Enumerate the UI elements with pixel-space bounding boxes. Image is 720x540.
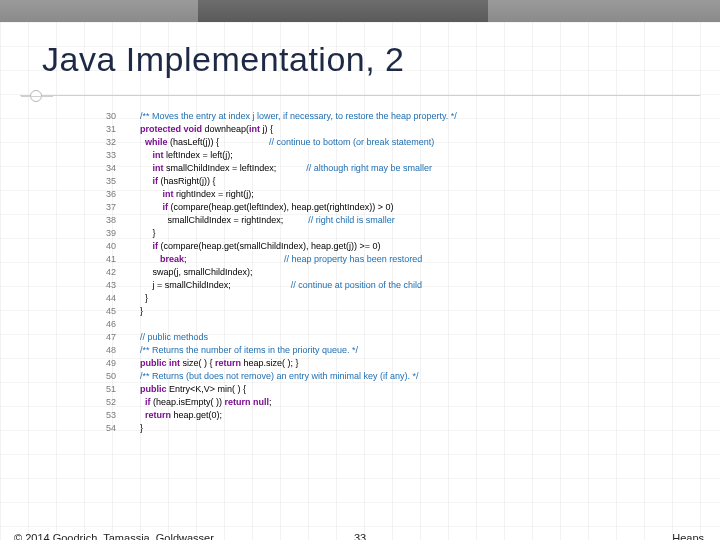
code-text xyxy=(130,332,140,342)
line-number: 34 xyxy=(90,162,116,175)
code-keyword: public int xyxy=(140,358,180,368)
title-bullet-icon xyxy=(30,90,42,102)
code-listing: 30 /** Moves the entry at index j lower,… xyxy=(90,110,666,435)
code-line: 51 public Entry<K,V> min( ) { xyxy=(90,383,666,396)
line-number: 48 xyxy=(90,344,116,357)
code-text: Entry<K,V> min( ) { xyxy=(167,384,247,394)
line-number: 54 xyxy=(90,422,116,435)
code-line: 34 int smallChildIndex = leftIndex; // a… xyxy=(90,162,666,175)
code-line: 48 /** Returns the number of items in th… xyxy=(90,344,666,357)
code-text: ; xyxy=(184,254,284,264)
code-line: 45 } xyxy=(90,305,666,318)
code-text: rightIndex = right(j); xyxy=(174,189,254,199)
code-text: heap.get(0); xyxy=(171,410,222,420)
code-keyword: public xyxy=(140,384,167,394)
code-line: 52 if (heap.isEmpty( )) return null; xyxy=(90,396,666,409)
line-number: 30 xyxy=(90,110,116,123)
code-comment: // continue at position of the child xyxy=(291,280,422,290)
slide-body: Java Implementation, 2 30 /** Moves the … xyxy=(0,22,720,540)
code-text: (hasRight(j)) { xyxy=(158,176,216,186)
line-number: 31 xyxy=(90,123,116,136)
code-line: 43 j = smallChildIndex; // continue at p… xyxy=(90,279,666,292)
line-number: 33 xyxy=(90,149,116,162)
line-number: 51 xyxy=(90,383,116,396)
code-line: 44 } xyxy=(90,292,666,305)
code-line: 46 xyxy=(90,318,666,331)
code-text: size( ) { xyxy=(180,358,215,368)
code-line: 31 protected void downheap(int j) { xyxy=(90,123,666,136)
code-text xyxy=(130,241,153,251)
code-text xyxy=(130,202,163,212)
code-text xyxy=(130,410,145,420)
code-text: (heap.isEmpty( )) xyxy=(151,397,225,407)
code-text: } xyxy=(130,293,148,303)
line-number: 47 xyxy=(90,331,116,344)
code-line: 50 /** Returns (but does not remove) an … xyxy=(90,370,666,383)
code-line: 36 int rightIndex = right(j); xyxy=(90,188,666,201)
code-keyword: return xyxy=(215,358,241,368)
code-text xyxy=(130,124,140,134)
code-text: ; xyxy=(269,397,272,407)
code-text xyxy=(130,111,140,121)
line-number: 37 xyxy=(90,201,116,214)
line-number: 35 xyxy=(90,175,116,188)
code-line: 47 // public methods xyxy=(90,331,666,344)
code-text: j) { xyxy=(260,124,273,134)
code-text xyxy=(130,384,140,394)
code-text: smallChildIndex = leftIndex; xyxy=(164,163,307,173)
code-text: (hasLeft(j)) { xyxy=(168,137,270,147)
code-text xyxy=(130,163,153,173)
line-number: 39 xyxy=(90,227,116,240)
code-line: 30 /** Moves the entry at index j lower,… xyxy=(90,110,666,123)
code-text xyxy=(130,137,145,147)
code-text: leftIndex = left(j); xyxy=(164,150,233,160)
code-line: 38 smallChildIndex = rightIndex; // righ… xyxy=(90,214,666,227)
code-text: smallChildIndex = rightIndex; xyxy=(130,215,308,225)
line-number: 46 xyxy=(90,318,116,331)
code-text xyxy=(130,176,153,186)
code-line: 32 while (hasLeft(j)) { // continue to b… xyxy=(90,136,666,149)
code-line: 39 } xyxy=(90,227,666,240)
code-text: j = smallChildIndex; xyxy=(130,280,291,290)
title-bar-gradient xyxy=(0,0,720,22)
line-number: 49 xyxy=(90,357,116,370)
code-line: 42 swap(j, smallChildIndex); xyxy=(90,266,666,279)
code-text xyxy=(130,189,163,199)
code-line: 49 public int size( ) { return heap.size… xyxy=(90,357,666,370)
code-line: 53 return heap.get(0); xyxy=(90,409,666,422)
code-comment: // public methods xyxy=(140,332,208,342)
code-text: swap(j, smallChildIndex); xyxy=(130,267,253,277)
line-number: 44 xyxy=(90,292,116,305)
code-keyword: int xyxy=(153,163,164,173)
code-line: 54 } xyxy=(90,422,666,435)
code-line: 35 if (hasRight(j)) { xyxy=(90,175,666,188)
code-text xyxy=(130,150,153,160)
code-text xyxy=(130,345,140,355)
code-keyword: protected void xyxy=(140,124,202,134)
code-comment: /** Returns the number of items in the p… xyxy=(140,345,358,355)
code-line: 41 break; // heap property has been rest… xyxy=(90,253,666,266)
code-text: } xyxy=(130,423,143,433)
code-text xyxy=(130,254,160,264)
line-number: 40 xyxy=(90,240,116,253)
code-comment: // although right may be smaller xyxy=(306,163,432,173)
line-number: 45 xyxy=(90,305,116,318)
code-text: heap.size( ); } xyxy=(241,358,299,368)
code-text xyxy=(130,371,140,381)
code-text xyxy=(130,397,145,407)
code-comment: // right child is smaller xyxy=(308,215,395,225)
footer-page-number: 33 xyxy=(0,532,720,540)
code-text: (compare(heap.get(smallChildIndex), heap… xyxy=(158,241,381,251)
code-comment: /** Returns (but does not remove) an ent… xyxy=(140,371,419,381)
code-comment: // continue to bottom (or break statemen… xyxy=(269,137,434,147)
code-keyword: break xyxy=(160,254,184,264)
code-line: 37 if (compare(heap.get(leftIndex), heap… xyxy=(90,201,666,214)
page-title: Java Implementation, 2 xyxy=(42,40,405,79)
title-bar-dark-segment xyxy=(198,0,488,22)
footer-section: Heaps xyxy=(672,532,704,540)
line-number: 42 xyxy=(90,266,116,279)
code-comment: // heap property has been restored xyxy=(284,254,422,264)
line-number: 38 xyxy=(90,214,116,227)
code-keyword: while xyxy=(145,137,168,147)
line-number: 53 xyxy=(90,409,116,422)
